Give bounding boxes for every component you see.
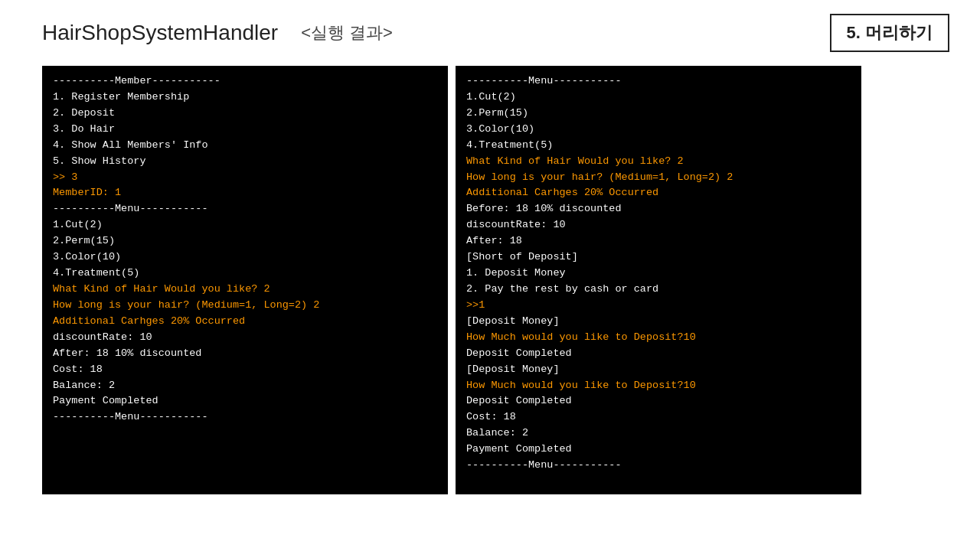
header-left: HairShopSystemHandler <실행 결과> [42,21,393,45]
terminals-row: ----------Member-----------1. Register M… [0,66,980,494]
app-title: HairShopSystemHandler [42,21,278,45]
terminal-right: ----------Menu-----------1.Cut(2)2.Perm(… [456,66,861,494]
terminal-left: ----------Member-----------1. Register M… [42,66,448,494]
badge: 5. 머리하기 [830,14,949,52]
header: HairShopSystemHandler <실행 결과> 5. 머리하기 [0,0,980,60]
subtitle: <실행 결과> [301,21,393,44]
